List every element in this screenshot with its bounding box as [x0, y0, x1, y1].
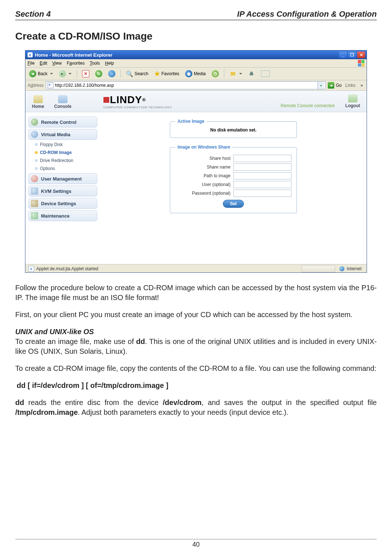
logout-icon [348, 94, 358, 102]
sidebar-sub-label: Floppy Disk [40, 142, 63, 147]
favorites-button[interactable]: ★ Favorites [153, 69, 181, 78]
sidebar-sub-drive-redirection[interactable]: Drive Redirection [28, 157, 97, 164]
forward-button[interactable]: ► [57, 69, 73, 78]
mail-button[interactable]: ✉ [228, 69, 244, 78]
favorites-icon: ★ [154, 70, 160, 78]
window-title: Home - Microsoft Internet Explorer [35, 52, 113, 58]
ie-addressbar: Address http://192.168.2.100/home.asp ▾ … [25, 80, 367, 91]
address-input[interactable]: http://192.168.2.100/home.asp ▾ [46, 81, 326, 89]
sidebar-sub-label: Drive Redirection [40, 158, 73, 163]
app-header: Home Console LINDY® COMPUTER CONNECTION … [25, 91, 367, 112]
active-image-legend: Active Image [175, 119, 207, 124]
go-label: Go [336, 83, 342, 88]
menu-favorites[interactable]: Favorites [67, 61, 85, 66]
print-icon: 🖶 [248, 70, 255, 77]
app-home-button[interactable]: Home [32, 95, 44, 109]
virtual-media-icon [31, 131, 38, 138]
menu-tools[interactable]: Tools [90, 61, 100, 66]
sidebar-label: Remote Control [41, 119, 77, 125]
chevrons-icon[interactable]: » [359, 83, 364, 88]
ie-titlebar: e Home - Microsoft Internet Explorer _ ❐… [25, 50, 367, 59]
refresh-icon: ↻ [95, 70, 102, 77]
app-console-button[interactable]: Console [54, 95, 71, 109]
device-settings-icon [31, 200, 38, 207]
sidebar-sub-label: Options [40, 166, 55, 171]
sidebar-item-kvm-settings[interactable]: KVM Settings [28, 186, 97, 197]
sidebar-item-maintenance[interactable]: Maintenance [28, 210, 97, 221]
console-icon [58, 95, 68, 103]
close-button[interactable]: ✕ [357, 52, 365, 58]
media-button[interactable]: ◉ Media [184, 69, 207, 78]
sidebar-sub-options[interactable]: Options [28, 165, 97, 172]
section-left: Section 4 [15, 9, 51, 19]
zone-label: Internet [347, 266, 362, 271]
menu-view[interactable]: View [52, 61, 62, 66]
active-image-fieldset: Active Image No disk emulation set. [170, 119, 297, 138]
remote-console-status: Remote Console connected [281, 103, 334, 108]
menu-file[interactable]: File [28, 61, 34, 66]
password-optional-label: Password (optional) [192, 191, 230, 196]
share-name-label: Share name [207, 165, 230, 170]
page-footer: 40 [0, 539, 392, 548]
internet-zone-icon [339, 266, 344, 271]
go-button[interactable]: ➔ Go [328, 82, 342, 89]
maintenance-icon [31, 212, 38, 219]
media-icon: ◉ [185, 70, 192, 77]
paragraph-2: First, on your client PC you must create… [15, 310, 377, 320]
sidebar-sub-floppy-disk[interactable]: Floppy Disk [28, 141, 97, 148]
no-emulation-text: No disk emulation set. [175, 127, 291, 133]
share-name-input[interactable] [233, 163, 291, 171]
sidebar-sub-cdrom-image[interactable]: CD-ROM Image [28, 149, 97, 156]
document-body: Follow the procedure below to create a C… [15, 283, 377, 417]
sidebar-item-user-management[interactable]: User Management [28, 173, 97, 184]
logout-label: Logout [345, 103, 360, 108]
menu-help[interactable]: Help [105, 61, 114, 66]
minimize-button[interactable]: _ [339, 52, 347, 58]
search-icon: 🔍 [126, 70, 133, 77]
logout-button[interactable]: Logout [345, 94, 360, 108]
ie-window: e Home - Microsoft Internet Explorer _ ❐… [25, 50, 367, 273]
windows-logo-icon [358, 60, 364, 66]
back-icon: ◄ [29, 70, 36, 77]
remote-control-icon [31, 118, 38, 126]
sidebar-item-remote-control[interactable]: Remote Control [28, 117, 97, 127]
share-host-input[interactable] [233, 155, 291, 162]
address-label: Address [28, 83, 44, 88]
address-dropdown-icon[interactable]: ▾ [318, 82, 324, 89]
console-label: Console [54, 104, 71, 109]
refresh-button[interactable]: ↻ [94, 69, 104, 78]
sidebar-label: User Management [41, 176, 82, 182]
brand-label: LINDY [110, 94, 142, 106]
print-button[interactable]: 🖶 [246, 69, 257, 78]
sidebar-label: Virtual Media [41, 132, 70, 137]
kvm-settings-icon [31, 187, 38, 195]
search-label: Search [135, 71, 148, 76]
stop-button[interactable]: ✕ [81, 69, 91, 78]
user-management-icon [31, 175, 38, 182]
links-label[interactable]: Links [344, 83, 357, 88]
page-icon [48, 82, 53, 88]
edit-button[interactable] [260, 70, 271, 78]
unix-heading: UNIX and UNIX-like OS [15, 327, 377, 337]
menu-edit[interactable]: Edit [40, 61, 47, 66]
paragraph-1: Follow the procedure below to create a C… [15, 283, 377, 303]
sidebar-item-device-settings[interactable]: Device Settings [28, 198, 97, 209]
sidebar-label: Maintenance [41, 213, 70, 219]
mail-icon: ✉ [229, 70, 237, 77]
address-value: http://192.168.2.100/home.asp [55, 83, 114, 88]
back-button[interactable]: ◄ Back [28, 69, 54, 78]
ie-icon: e [28, 52, 33, 57]
page-title: Create a CD-ROM/ISO Image [15, 31, 377, 42]
history-button[interactable]: ◷ [210, 69, 220, 78]
ie-menubar: File Edit View Favorites Tools Help [25, 59, 367, 68]
home-button[interactable]: ⌂ [107, 69, 117, 78]
maximize-button[interactable]: ❐ [348, 52, 356, 58]
search-button[interactable]: 🔍 Search [124, 69, 150, 78]
path-to-image-label: Path to image [204, 173, 230, 178]
user-optional-label: User (optional) [202, 182, 230, 187]
set-button[interactable]: Set [223, 200, 244, 208]
password-optional-input[interactable] [233, 190, 291, 197]
path-to-image-input[interactable] [233, 172, 291, 179]
sidebar-item-virtual-media[interactable]: Virtual Media [28, 129, 97, 140]
user-optional-input[interactable] [233, 181, 291, 188]
